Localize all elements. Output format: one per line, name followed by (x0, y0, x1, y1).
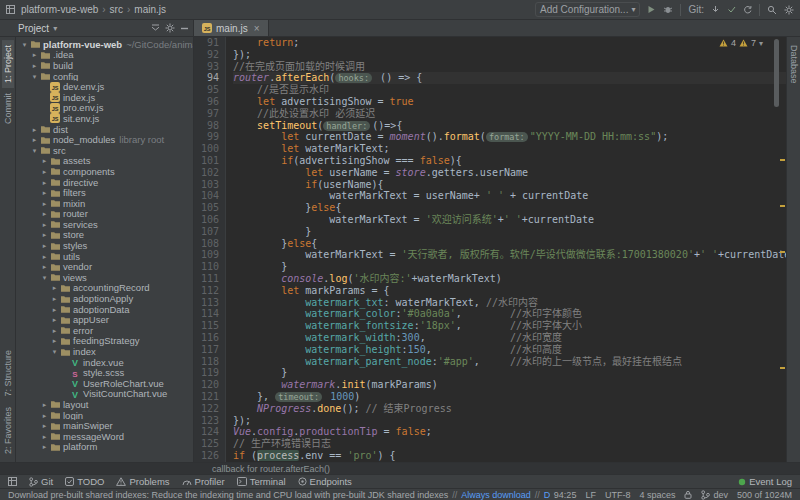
breadcrumb-item-platform-vue-web[interactable]: platform-vue-web (21, 4, 98, 15)
collapse-icon[interactable] (151, 24, 160, 33)
line-number[interactable]: 105 (194, 202, 219, 214)
code-line[interactable]: let markParams = { (233, 285, 786, 297)
tree-item-style-scss[interactable]: Sstyle.scss (16, 367, 193, 378)
code-line[interactable]: let waterMarkText; (233, 143, 786, 155)
code-line[interactable]: waterMarkText = '欢迎访问系统'+' '+currentDate (233, 214, 786, 226)
line-number[interactable]: 96 (194, 96, 219, 108)
code-line[interactable]: } (233, 261, 786, 273)
line-number[interactable]: 93 (194, 61, 219, 73)
inspections-widget[interactable]: 47▾ (716, 38, 766, 48)
scrollbar-thumb[interactable] (774, 39, 779, 107)
tool-strip-button-2-favorites[interactable]: 2: Favorites (2, 402, 14, 459)
line-number[interactable]: 121 (194, 391, 219, 403)
line-number[interactable]: 95 (194, 84, 219, 96)
tree-item-filters[interactable]: ▸filters (16, 187, 193, 198)
line-number[interactable]: 109 (194, 249, 219, 261)
status-item-4-spaces[interactable]: 4 spaces (639, 490, 675, 500)
code-line[interactable]: let advertisingShow = true (233, 96, 786, 108)
code-line[interactable]: //在完成页面加载的时候调用 (233, 61, 786, 73)
project-tool-label[interactable]: Project (18, 23, 49, 34)
line-number[interactable]: 126 (194, 450, 219, 462)
chevron-right-icon[interactable]: ▸ (40, 263, 49, 270)
line-number[interactable]: 98 (194, 120, 219, 132)
warning-stripe-mark[interactable] (780, 367, 785, 369)
status-item-lock[interactable] (684, 490, 692, 499)
status-link-always-download[interactable]: Always download (461, 490, 531, 500)
tree-item-index-vue[interactable]: Vindex.vue (16, 357, 193, 368)
tree-item-vendor[interactable]: ▸vendor (16, 261, 193, 272)
line-number[interactable]: 114 (194, 308, 219, 320)
code-line[interactable]: }, timeout: 1000) (233, 391, 786, 403)
code-line[interactable]: return; (233, 37, 786, 49)
line-number[interactable]: 123 (194, 415, 219, 427)
tool-strip-button-1-project[interactable]: 1: Project (2, 40, 14, 88)
code-line[interactable]: //此处设置水印 必须延迟 (233, 108, 786, 120)
line-number[interactable]: 118 (194, 356, 219, 368)
code-line[interactable]: watermark_fontsize:'18px', //水印字体大小 (233, 320, 786, 332)
code-line[interactable]: watermark_txt: waterMarkText, //水印内容 (233, 297, 786, 309)
chevron-right-icon[interactable]: ▸ (40, 179, 49, 186)
chevron-right-icon[interactable]: ▸ (30, 51, 39, 58)
code-line[interactable]: if(userName){ (233, 179, 786, 191)
line-number[interactable]: 111 (194, 273, 219, 285)
play-icon[interactable] (647, 5, 656, 14)
chevron-right-icon[interactable]: ▸ (40, 253, 49, 260)
chevron-right-icon[interactable]: ▸ (40, 412, 49, 419)
tab-main-js[interactable]: JS main.js × (194, 20, 269, 36)
warning-stripe-mark[interactable] (780, 205, 785, 207)
tree-item-dist[interactable]: ▸dist (16, 124, 193, 135)
hide-icon[interactable] (180, 24, 189, 33)
code-line[interactable]: watermark.init(markParams) (233, 379, 786, 391)
tree-item-directive[interactable]: ▸directive (16, 177, 193, 188)
event-log-button[interactable]: Event Log (738, 476, 792, 487)
tree-item-pro-env-js[interactable]: JSpro.env.js (16, 103, 193, 114)
chevron-down-icon[interactable]: ▾ (20, 41, 29, 48)
line-number[interactable]: 99 (194, 131, 219, 143)
line-number[interactable]: 92 (194, 49, 219, 61)
status-link-download-once[interactable]: Download once (544, 490, 550, 500)
tree-item-router[interactable]: ▸router (16, 209, 193, 220)
chevron-right-icon[interactable]: ▸ (40, 401, 49, 408)
line-number[interactable]: 124 (194, 426, 219, 438)
breadcrumb-item-main-js[interactable]: main.js (134, 4, 166, 15)
editor[interactable]: 9192939495969798991001011021031041051061… (194, 37, 786, 462)
tree-item-assets[interactable]: ▸assets (16, 156, 193, 167)
code-line[interactable]: // 生产环境错误日志 (233, 438, 786, 450)
tool-window-button-problems[interactable]: Problems (116, 476, 169, 487)
tool-strip-button-7-structure[interactable]: 7: Structure (2, 345, 14, 402)
line-number[interactable]: 110 (194, 261, 219, 273)
tree-item-feedingstrategy[interactable]: ▸feedingStrategy (16, 336, 193, 347)
line-number[interactable]: 113 (194, 297, 219, 309)
chevron-down-icon[interactable]: ▾ (50, 348, 59, 355)
code-line[interactable]: watermark_width:300, //水印宽度 (233, 332, 786, 344)
chevron-down-icon[interactable]: ▾ (30, 73, 39, 80)
line-number[interactable]: 106 (194, 214, 219, 226)
line-number[interactable]: 107 (194, 226, 219, 238)
tree-item-services[interactable]: ▸services (16, 219, 193, 230)
tool-window-button-endpoints[interactable]: Endpoints (298, 476, 352, 487)
tool-window-button-git[interactable]: Git (29, 476, 53, 487)
code-line[interactable]: //是否显示水印 (233, 84, 786, 96)
tree-item-adoptiondata[interactable]: ▸adoptionData (16, 304, 193, 315)
code-line[interactable]: let currentDate = moment().format(format… (233, 131, 786, 143)
line-number[interactable]: 103 (194, 179, 219, 191)
tree-item-idea[interactable]: ▸.idea (16, 50, 193, 61)
code-line[interactable]: }else{ (233, 202, 786, 214)
status-item-utf-8[interactable]: UTF-8 (605, 490, 631, 500)
chevron-right-icon[interactable]: ▸ (50, 306, 59, 313)
gear-icon[interactable] (784, 5, 794, 15)
code-line[interactable]: watermark_color:'#0a0a0a', //水印字体颜色 (233, 308, 786, 320)
line-number[interactable]: 91 (194, 37, 219, 49)
tree-item-store[interactable]: ▸store (16, 230, 193, 241)
bug-icon[interactable] (663, 5, 673, 14)
code-line[interactable]: setTimeout(handler:()=>{ (233, 120, 786, 132)
chevron-right-icon[interactable]: ▸ (40, 242, 49, 249)
code-line[interactable]: Vue.config.productionTip = false; (233, 426, 786, 438)
chevron-down-icon[interactable]: ▾ (53, 24, 57, 33)
chevron-right-icon[interactable]: ▸ (50, 316, 59, 323)
warning-stripe-mark[interactable] (780, 251, 785, 253)
tree-item-mainswiper[interactable]: ▸mainSwiper (16, 420, 193, 431)
code-area[interactable]: return;});//在完成页面加载的时候调用router.afterEach… (226, 37, 786, 462)
code-line[interactable]: }); (233, 415, 786, 427)
tree-item-index[interactable]: ▾index (16, 346, 193, 357)
